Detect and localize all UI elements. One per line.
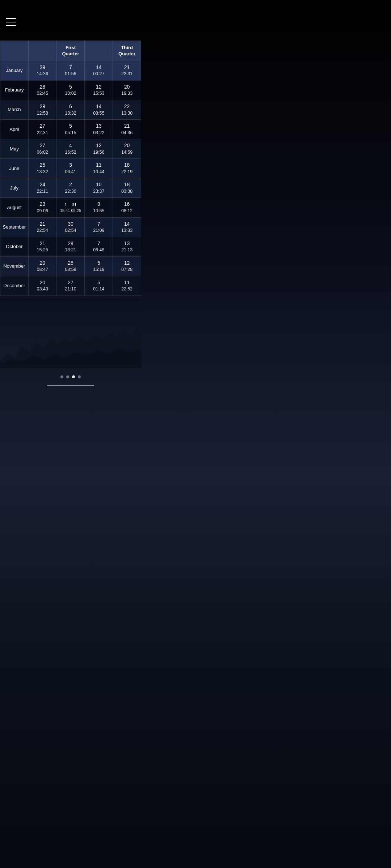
cell-new-moon: 2008:47 <box>28 256 56 276</box>
pagination-dots <box>0 368 141 382</box>
cell-third-quarter: 1822:19 <box>113 159 141 178</box>
table-row: October2115:252918:21706:481321:13 <box>0 237 141 256</box>
dot-4[interactable] <box>78 375 81 378</box>
bottom-landscape <box>0 296 141 368</box>
cell-new-moon: 2706:02 <box>28 139 56 159</box>
home-indicator <box>47 385 94 386</box>
cell-third-quarter: 1803:38 <box>113 178 141 198</box>
table-row: April2722:31505:151303:222104:36 <box>0 120 141 139</box>
cell-new-moon: 2122:54 <box>28 217 56 237</box>
cell-month: August <box>0 198 29 217</box>
cell-third-quarter: 2122:31 <box>113 61 141 80</box>
cell-new-moon: 2802:45 <box>28 80 56 100</box>
dot-2[interactable] <box>66 375 69 378</box>
table-row: January2914:36701:561400:272122:31 <box>0 61 141 80</box>
next-year-button[interactable] <box>81 33 89 35</box>
cell-month: December <box>0 276 29 295</box>
table-row: December2003:432721:10501:141122:52 <box>0 276 141 295</box>
cell-month: March <box>0 100 29 119</box>
table-row: September2122:543002:54721:091413:33 <box>0 217 141 237</box>
cell-third-quarter: 1608:12 <box>113 198 141 217</box>
cell-full-moon: 515:19 <box>85 256 113 276</box>
header <box>0 0 141 30</box>
cell-first-quarter: 505:15 <box>56 120 85 139</box>
cell-full-moon: 1303:22 <box>85 120 113 139</box>
table-row: June2513:32306:411110:441822:19 <box>0 159 141 178</box>
cell-third-quarter: 1321:13 <box>113 237 141 256</box>
cell-new-moon: 2003:43 <box>28 276 56 295</box>
cell-third-quarter: 1207:28 <box>113 256 141 276</box>
table-row: February2802:45510:021215:532019:33 <box>0 80 141 100</box>
cell-third-quarter: 2104:36 <box>113 120 141 139</box>
col-header-third-quarter: Third Quarter <box>113 41 141 61</box>
table-row: July2422:11222:301023:371803:38 <box>0 178 141 198</box>
cell-month: February <box>0 80 29 100</box>
cell-month: June <box>0 159 29 178</box>
cell-full-moon: 1400:27 <box>85 61 113 80</box>
col-header-month <box>0 41 29 61</box>
cell-full-moon: 1023:37 <box>85 178 113 198</box>
cell-month: September <box>0 217 29 237</box>
cell-third-quarter: 2019:33 <box>113 80 141 100</box>
cell-third-quarter: 1413:33 <box>113 217 141 237</box>
cell-full-moon: 1215:53 <box>85 80 113 100</box>
cell-new-moon: 2309:06 <box>28 198 56 217</box>
cell-full-moon: 910:55 <box>85 198 113 217</box>
table-row: August2309:061 3115:41 09:25910:551608:1… <box>0 198 141 217</box>
cell-new-moon: 2912:58 <box>28 100 56 119</box>
cell-month: October <box>0 237 29 256</box>
cell-month: July <box>0 178 29 198</box>
cell-full-moon: 1219:56 <box>85 139 113 159</box>
cell-first-quarter: 222:30 <box>56 178 85 198</box>
cell-new-moon: 2722:31 <box>28 120 56 139</box>
cell-first-quarter: 701:56 <box>56 61 85 80</box>
table-row: May2706:02416:521219:562014:59 <box>0 139 141 159</box>
table-row: March2912:58618:321408:552213:30 <box>0 100 141 119</box>
cell-month: April <box>0 120 29 139</box>
cell-new-moon: 2914:36 <box>28 61 56 80</box>
cell-full-moon: 706:48 <box>85 237 113 256</box>
cell-full-moon: 501:14 <box>85 276 113 295</box>
cell-first-quarter: 2918:21 <box>56 237 85 256</box>
col-header-new-moon <box>28 41 56 61</box>
cell-month: January <box>0 61 29 80</box>
cell-first-quarter: 1 3115:41 09:25 <box>56 198 85 217</box>
cell-month: November <box>0 256 29 276</box>
dot-3[interactable] <box>72 375 75 378</box>
cell-month: May <box>0 139 29 159</box>
year-navigation <box>0 30 141 41</box>
cell-third-quarter: 2014:59 <box>113 139 141 159</box>
cell-full-moon: 1110:44 <box>85 159 113 178</box>
cell-first-quarter: 416:52 <box>56 139 85 159</box>
cell-third-quarter: 1122:52 <box>113 276 141 295</box>
cell-full-moon: 1408:55 <box>85 100 113 119</box>
cell-first-quarter: 2808:59 <box>56 256 85 276</box>
col-header-first-quarter: First Quarter <box>56 41 85 61</box>
cell-first-quarter: 2721:10 <box>56 276 85 295</box>
table-row: November2008:472808:59515:191207:28 <box>0 256 141 276</box>
cell-new-moon: 2115:25 <box>28 237 56 256</box>
col-header-full-moon <box>85 41 113 61</box>
cell-full-moon: 721:09 <box>85 217 113 237</box>
cell-first-quarter: 3002:54 <box>56 217 85 237</box>
table-header-row: First Quarter Third Quarter <box>0 41 141 61</box>
moon-phases-table: First Quarter Third Quarter January2914:… <box>0 41 141 296</box>
prev-year-button[interactable] <box>52 33 60 35</box>
cell-first-quarter: 510:02 <box>56 80 85 100</box>
cell-new-moon: 2513:32 <box>28 159 56 178</box>
cell-new-moon: 2422:11 <box>28 178 56 198</box>
cell-first-quarter: 618:32 <box>56 100 85 119</box>
dot-1[interactable] <box>60 375 63 378</box>
cell-first-quarter: 306:41 <box>56 159 85 178</box>
cell-third-quarter: 2213:30 <box>113 100 141 119</box>
menu-button[interactable] <box>6 18 16 26</box>
